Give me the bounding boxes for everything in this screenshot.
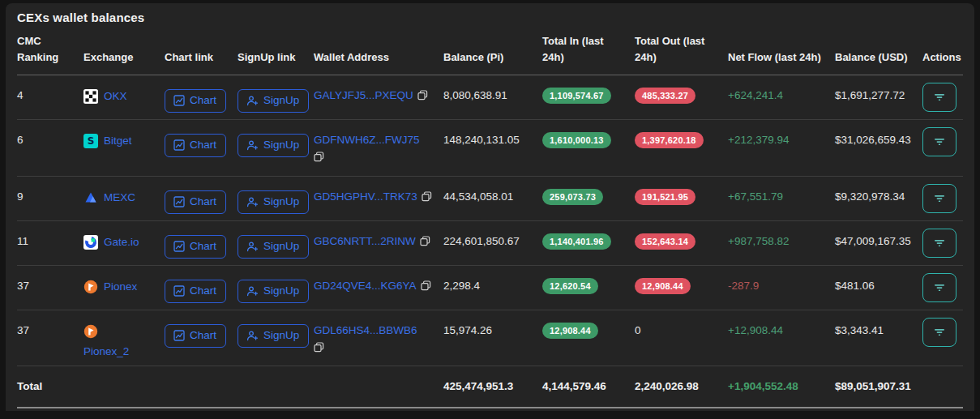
total-out-badge: 152,643.14 [635, 233, 695, 250]
balance-usd-value: $481.06 [835, 280, 875, 292]
col-header-cmc-ranking: CMC Ranking [17, 28, 83, 75]
copy-icon[interactable] [422, 191, 432, 204]
signup-button[interactable]: SignUp [238, 134, 309, 157]
row-actions-filter-button[interactable] [922, 229, 956, 258]
col-header-chart-link: Chart link [165, 28, 238, 75]
line-chart-icon [173, 285, 185, 297]
exchange-link-gateio[interactable]: Gate.io [83, 235, 139, 250]
balance-usd-value: $31,026,659.43 [835, 134, 911, 146]
user-add-icon [246, 196, 259, 207]
signup-button-label: SignUp [263, 329, 299, 342]
pionex-logo-icon [83, 324, 98, 339]
filter-icon [933, 192, 946, 205]
net-flow-value: +212,379.94 [728, 134, 789, 146]
balance-pi-value: 148,240,131.05 [443, 134, 520, 146]
balance-usd-value: $3,343.41 [835, 324, 884, 336]
signup-button-label: SignUp [263, 139, 299, 152]
exchange-link-mexc[interactable]: MEXC [83, 190, 135, 205]
row-actions-filter-button[interactable] [922, 83, 956, 112]
chart-button-label: Chart [190, 329, 216, 342]
net-flow-value: +624,241.4 [728, 89, 783, 101]
total-balance-pi: 425,474,951.3 [443, 380, 513, 392]
chart-button[interactable]: Chart [165, 235, 226, 259]
table-row-pionex-2: 37 Pionex_2 Chart SignUp GDL66HS4...BBWB… [17, 310, 963, 366]
exchange-link-okx[interactable]: OKX [83, 89, 127, 104]
chart-button[interactable]: Chart [165, 190, 226, 214]
signup-button[interactable]: SignUp [238, 235, 309, 259]
row-actions-filter-button[interactable] [922, 127, 956, 156]
col-header-balance-usd: Balance (USD) [835, 28, 922, 75]
cmc-rank: 37 [17, 324, 29, 336]
chart-button[interactable]: Chart [165, 134, 226, 157]
copy-icon[interactable] [417, 90, 428, 103]
chart-button-label: Chart [190, 195, 216, 208]
cmc-rank: 6 [17, 134, 24, 146]
wallet-address-link[interactable]: GD24QVE4...KG6YA [314, 280, 417, 292]
exchange-name: Pionex_2 [83, 345, 129, 357]
exchange-link-pionex[interactable]: Pionex [83, 280, 137, 294]
signup-button[interactable]: SignUp [238, 280, 309, 303]
exchange-link-bitget[interactable]: Bitget [83, 134, 132, 148]
copy-icon[interactable] [314, 152, 324, 165]
copy-icon[interactable] [314, 342, 324, 355]
net-flow-value: +12,908.44 [728, 324, 783, 336]
line-chart-icon [173, 241, 185, 252]
cex-balances-table: CMC Ranking Exchange Chart link SignUp l… [17, 28, 963, 408]
chart-button[interactable]: Chart [165, 280, 226, 303]
signup-button[interactable]: SignUp [238, 190, 309, 214]
table-row-mexc: 9 MEXC Chart SignUp GD5HGPHV...TRK73 44,… [17, 176, 963, 220]
total-in-badge: 12,908.44 [542, 323, 598, 339]
wallet-address-link[interactable]: GDL66HS4...BBWB6 [314, 324, 417, 336]
total-out-badge: 485,333.27 [635, 88, 695, 104]
cex-balances-card: CEXs wallet balances CMC Ranking Exchang… [6, 3, 974, 411]
filter-icon [933, 135, 946, 148]
chart-button[interactable]: Chart [165, 324, 226, 348]
total-out-badge: 191,521.95 [635, 189, 695, 205]
copy-icon[interactable] [421, 280, 431, 293]
chart-button-label: Chart [190, 139, 216, 152]
user-add-icon [246, 241, 259, 252]
col-header-signup-link: SignUp link [238, 28, 314, 75]
total-balance-usd: $89,051,907.31 [835, 380, 911, 392]
mexc-logo-icon [83, 190, 98, 205]
total-label: Total [17, 380, 42, 392]
col-header-actions: Actions [922, 28, 963, 75]
wallet-address-link[interactable]: GBC6NRTT...2RINW [314, 235, 416, 247]
exchange-name: MEXC [104, 191, 135, 203]
col-header-exchange: Exchange [83, 28, 165, 75]
cmc-rank: 37 [17, 280, 29, 292]
col-header-total-out: Total Out (last 24h) [635, 28, 728, 75]
balance-pi-value: 2,298.4 [443, 280, 480, 292]
balance-usd-value: $47,009,167.35 [835, 235, 911, 247]
wallet-address-link[interactable]: GDFNWH6Z...FWJ75 [314, 134, 420, 146]
col-header-wallet-address: Wallet Address [314, 28, 443, 75]
row-actions-filter-button[interactable] [922, 318, 956, 347]
filter-icon [933, 281, 946, 294]
wallet-address-link[interactable]: GALYJFJ5...PXEQU [314, 89, 413, 101]
col-header-total-in: Total In (last 24h) [542, 28, 635, 75]
line-chart-icon [173, 95, 185, 106]
chart-button[interactable]: Chart [165, 89, 226, 113]
signup-button[interactable]: SignUp [238, 324, 309, 348]
net-flow-value: +987,758.82 [728, 235, 789, 247]
filter-icon [933, 326, 946, 339]
row-actions-filter-button[interactable] [922, 273, 956, 302]
pionex-logo-icon [83, 280, 98, 294]
signup-button[interactable]: SignUp [238, 89, 309, 113]
exchange-link-pionex-2[interactable]: Pionex_2 [83, 324, 129, 357]
user-add-icon [246, 330, 259, 341]
table-row-bitget: 6 Bitget Chart SignUp GDFNWH6Z...FWJ75 1… [17, 119, 963, 176]
okx-logo-icon [83, 89, 98, 104]
exchange-name: Pionex [104, 280, 137, 293]
copy-icon[interactable] [420, 236, 430, 249]
row-actions-filter-button[interactable] [922, 184, 956, 213]
total-in-sum: 4,144,579.46 [542, 380, 606, 392]
balance-pi-value: 8,080,638.91 [443, 89, 507, 101]
net-flow-value: +67,551.79 [728, 190, 783, 203]
line-chart-icon [173, 196, 185, 207]
wallet-address-link[interactable]: GD5HGPHV...TRK73 [314, 190, 417, 203]
signup-button-label: SignUp [263, 195, 299, 208]
table-total-row: Total 425,474,951.3 4,144,579.46 2,240,0… [17, 366, 963, 408]
total-out-value: 0 [635, 324, 641, 336]
total-in-badge: 1,140,401.96 [542, 233, 611, 250]
